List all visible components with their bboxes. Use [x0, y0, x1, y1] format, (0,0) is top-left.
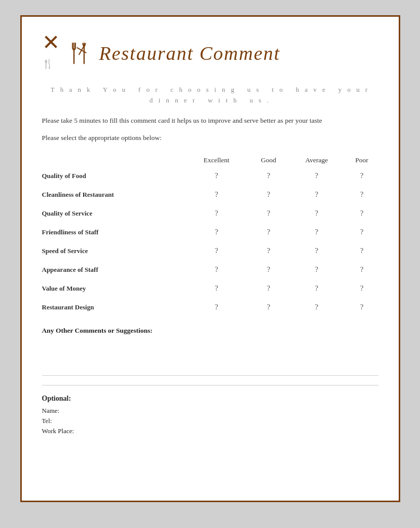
- radio-excellent[interactable]: ?: [184, 166, 249, 185]
- radio-average[interactable]: ?: [288, 260, 346, 279]
- comments-section: Any Other Comments or Suggestions:: [42, 327, 378, 385]
- row-label: Value of Money: [42, 279, 184, 298]
- radio-good[interactable]: ?: [249, 260, 288, 279]
- radio-poor[interactable]: ?: [346, 204, 378, 223]
- col-header-average: Average: [288, 154, 346, 166]
- divider-1: [42, 375, 378, 376]
- radio-poor[interactable]: ?: [346, 298, 378, 316]
- radio-good[interactable]: ?: [249, 298, 288, 316]
- radio-excellent[interactable]: ?: [184, 279, 249, 298]
- rating-table: Excellent Good Average Poor Quality of F…: [42, 154, 378, 316]
- radio-excellent[interactable]: ?: [184, 204, 249, 223]
- row-label: Restaurant Design: [42, 298, 184, 316]
- radio-poor[interactable]: ?: [346, 223, 378, 241]
- table-row: Cleanliness of Restaurant ? ? ? ?: [42, 185, 378, 204]
- divider-2: [42, 385, 378, 385]
- radio-excellent[interactable]: ?: [184, 298, 249, 316]
- row-label: Speed of Service: [42, 241, 184, 260]
- radio-excellent[interactable]: ?: [184, 185, 249, 204]
- table-row: Quality of Service ? ? ? ?: [42, 204, 378, 223]
- comment-card: ✕🍴 Restaurant Comment T h a n k Y o u f …: [20, 15, 400, 502]
- radio-good[interactable]: ?: [249, 223, 288, 241]
- col-header-excellent: Excellent: [184, 154, 249, 166]
- radio-poor[interactable]: ?: [346, 279, 378, 298]
- optional-title: Optional:: [42, 395, 378, 403]
- row-label: Quality of Service: [42, 204, 184, 223]
- table-row: Quality of Food ? ? ? ?: [42, 166, 378, 185]
- radio-average[interactable]: ?: [288, 185, 346, 204]
- optional-name: Name:: [42, 407, 378, 415]
- table-row: Friendliness of Staff ? ? ? ?: [42, 223, 378, 241]
- optional-tel: Tel:: [42, 417, 378, 425]
- radio-excellent[interactable]: ?: [184, 241, 249, 260]
- thank-you-text: T h a n k Y o u f o r c h o o s i n g u …: [42, 85, 378, 106]
- table-row: Speed of Service ? ? ? ?: [42, 241, 378, 260]
- radio-good[interactable]: ?: [249, 279, 288, 298]
- table-row: Restaurant Design ? ? ? ?: [42, 298, 378, 316]
- description-text: Please take 5 minutes to fill this comme…: [42, 115, 378, 126]
- radio-poor[interactable]: ?: [346, 260, 378, 279]
- optional-workplace: Work Place:: [42, 427, 378, 435]
- instruction-text: Please select the appropriate options be…: [42, 134, 378, 142]
- radio-average[interactable]: ?: [288, 204, 346, 223]
- radio-poor[interactable]: ?: [346, 166, 378, 185]
- radio-poor[interactable]: ?: [346, 185, 378, 204]
- fork-knife-icon: [69, 41, 94, 66]
- col-header-poor: Poor: [346, 154, 378, 166]
- comments-label: Any Other Comments or Suggestions:: [42, 327, 378, 335]
- radio-poor[interactable]: ?: [346, 241, 378, 260]
- page-title: Restaurant Comment: [99, 42, 281, 64]
- radio-average[interactable]: ?: [288, 298, 346, 316]
- optional-section: Optional: Name: Tel: Work Place:: [42, 395, 378, 435]
- radio-average[interactable]: ?: [288, 241, 346, 260]
- radio-good[interactable]: ?: [249, 204, 288, 223]
- radio-average[interactable]: ?: [288, 166, 346, 185]
- radio-excellent[interactable]: ?: [184, 223, 249, 241]
- row-label: Appearance of Staff: [42, 260, 184, 279]
- col-header-label: [42, 154, 184, 166]
- radio-excellent[interactable]: ?: [184, 260, 249, 279]
- col-header-good: Good: [249, 154, 288, 166]
- row-label: Quality of Food: [42, 166, 184, 185]
- radio-good[interactable]: ?: [249, 166, 288, 185]
- radio-average[interactable]: ?: [288, 223, 346, 241]
- radio-good[interactable]: ?: [249, 241, 288, 260]
- utensils-icon: ✕🍴: [42, 32, 60, 75]
- row-label: Friendliness of Staff: [42, 223, 184, 241]
- radio-average[interactable]: ?: [288, 279, 346, 298]
- header: ✕🍴 Restaurant Comment: [42, 32, 378, 75]
- table-row: Appearance of Staff ? ? ? ?: [42, 260, 378, 279]
- row-label: Cleanliness of Restaurant: [42, 185, 184, 204]
- radio-good[interactable]: ?: [249, 185, 288, 204]
- table-row: Value of Money ? ? ? ?: [42, 279, 378, 298]
